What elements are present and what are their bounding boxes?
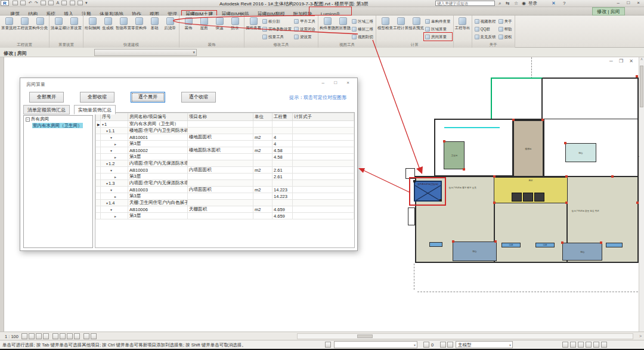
signin-label[interactable]: 登录: [528, 1, 537, 6]
table-row[interactable]: ▾1.3内墙面:住宅户内无保温防水墙...: [96, 180, 354, 187]
expand-all-button[interactable]: 全部展开: [29, 92, 64, 103]
room-unpainted[interactable]: [491, 78, 543, 120]
options-dropdown[interactable]: [94, 49, 197, 56]
col-quantity[interactable]: 工程量: [273, 113, 293, 121]
table-row[interactable]: ▶▾1室内有水房间（卫生间）: [96, 121, 354, 128]
room-sunroom[interactable]: 阳台: [565, 143, 596, 162]
collapse-all-button[interactable]: 全部收缩: [80, 92, 114, 103]
ribbon-button[interactable]: 视频教程: [473, 17, 497, 25]
col-unit[interactable]: 单位: [253, 113, 273, 121]
ribbon-button[interactable]: 楼层三维: [351, 25, 374, 33]
table-row[interactable]: ▸第3层2.61: [96, 174, 354, 180]
collapse-one-button[interactable]: 逐个收缩: [181, 92, 216, 103]
ribbon-button[interactable]: 工程设置: [17, 17, 32, 30]
select-links-icon[interactable]: [562, 342, 568, 348]
workset-dropdown[interactable]: [334, 341, 417, 348]
ribbon-button[interactable]: 零星构件: [131, 17, 147, 30]
ribbon-button[interactable]: 梁设置: [293, 33, 317, 41]
worksets-icon[interactable]: [325, 342, 331, 348]
ribbon-button[interactable]: 板分割: [261, 17, 293, 25]
detail-level-icon[interactable]: [21, 333, 27, 339]
temporary-hide-icon[interactable]: [67, 333, 73, 339]
table-row[interactable]: ▾AB10003内墙面面积m22.61: [96, 167, 354, 174]
table-row[interactable]: ▸第3层4.659: [96, 213, 354, 219]
active-option-icon[interactable]: [447, 342, 453, 348]
table-row[interactable]: ▾AB10002楼地面防水面积m24.58: [96, 147, 354, 154]
col-item-name[interactable]: 项目名称: [188, 113, 253, 121]
room-quantity-dialog[interactable]: 房间算量 – □ × 全部展开 全部收缩 逐个展开 逐个收缩 提示：双击可定位对…: [20, 78, 358, 251]
editable-only-icon[interactable]: [423, 342, 429, 348]
room-bathroom-selected[interactable]: 室内有水房间(卫生间): [414, 181, 442, 202]
design-options-icon[interactable]: [440, 342, 446, 348]
signin-user-icon[interactable]: ◉: [522, 1, 526, 6]
ribbon-button[interactable]: 区域三维: [351, 17, 374, 25]
room-tree[interactable]: −所有房间 室内有水房间（卫生间）: [23, 115, 93, 248]
view-scale[interactable]: 1 : 100: [5, 334, 18, 339]
ribbon-button[interactable]: 屋面: [196, 17, 212, 30]
table-row[interactable]: ▾AB10006天棚面积m24.659: [96, 206, 354, 213]
measure-icon[interactable]: [48, 1, 54, 5]
table-row[interactable]: ▾1.2内墙面:住宅户内无保温防水墙...: [96, 160, 354, 167]
shadows-icon[interactable]: [43, 333, 49, 339]
room-stairwell[interactable]: 楼梯间: [513, 120, 544, 177]
ribbon-button[interactable]: 属性查看: [246, 17, 261, 30]
sync-icon[interactable]: [78, 1, 83, 5]
undo-icon[interactable]: ↶: [29, 0, 32, 6]
window-controls[interactable]: – □ ×: [617, 0, 643, 5]
col-room-name[interactable]: 房间名称/项目编号: [128, 113, 188, 121]
room-balcony[interactable]: 阳台: [562, 243, 602, 261]
print-icon[interactable]: [41, 1, 46, 5]
table-row[interactable]: ▾1.1楼地面:住宅户内卫生间防水砖...: [96, 128, 354, 134]
sun-path-icon[interactable]: [36, 333, 42, 339]
ribbon-button[interactable]: 单构件查量: [424, 17, 452, 25]
ribbon-button[interactable]: 算量流程: [1, 17, 17, 30]
ribbon-button[interactable]: 房间算量: [424, 33, 452, 41]
dialog-window-controls[interactable]: – □ ×: [322, 80, 354, 85]
design-option-dropdown[interactable]: 主模型: [456, 341, 513, 348]
crop-visibility-icon[interactable]: [60, 333, 66, 339]
select-by-face-icon[interactable]: [586, 342, 592, 348]
ribbon-button[interactable]: 计算设置: [66, 17, 82, 30]
tab-list-summary[interactable]: 清单定额装饰汇总: [23, 105, 70, 114]
expand-one-button[interactable]: 逐个展开: [131, 92, 165, 103]
ribbon-button[interactable]: 帮助: [497, 25, 513, 33]
tree-item-root[interactable]: −所有房间: [24, 116, 92, 122]
ribbon-button[interactable]: QQ群: [473, 25, 497, 33]
search-icon[interactable]: ⌕: [499, 1, 501, 6]
revit-logo-icon[interactable]: R: [1, 0, 9, 6]
ribbon-button[interactable]: 清单定额: [51, 17, 66, 30]
vertical-scrollbar[interactable]: ˄: [639, 57, 644, 332]
ribbon-button[interactable]: 设置闭合: [293, 25, 317, 33]
ribbon-button[interactable]: 平齐工具: [293, 17, 317, 25]
tree-item-selected[interactable]: 室内有水房间（卫生间）: [24, 122, 92, 129]
ribbon-button[interactable]: 关于: [497, 17, 513, 25]
room-bathroom-green[interactable]: 卫生间: [444, 141, 465, 169]
filter-icon[interactable]: [601, 342, 607, 348]
select-pinned-icon[interactable]: [578, 342, 584, 348]
table-row[interactable]: ▸第3层4: [96, 141, 354, 147]
open-icon[interactable]: [13, 1, 18, 5]
ribbon-button[interactable]: 生成板: [100, 17, 116, 30]
select-underlay-icon[interactable]: [570, 342, 576, 348]
ribbon-button[interactable]: 装饰参数设置: [261, 25, 293, 33]
table-row[interactable]: ▾1.4天棚:卫生间住宅户内白色腻子: [96, 200, 354, 206]
ribbon-button[interactable]: 绘制轴网: [85, 17, 100, 30]
horizontal-scroll-thumb[interactable]: [357, 334, 373, 338]
col-formula[interactable]: 计算式子: [293, 113, 354, 121]
redo-icon[interactable]: ↷: [35, 0, 38, 6]
ribbon-button[interactable]: 授权: [497, 33, 513, 41]
tab-physical-summary[interactable]: 实物量装饰汇总: [74, 105, 116, 114]
table-row[interactable]: ▾AB10003内墙面面积m214.223: [96, 187, 354, 193]
table-row[interactable]: ▾AB10001楼地面面积m24: [96, 134, 354, 141]
ribbon-button[interactable]: 工程导出: [455, 17, 470, 30]
ribbon-button[interactable]: 后浇带: [162, 17, 178, 30]
ribbon-button[interactable]: 图层显隐: [335, 17, 351, 30]
temporary-view-properties-icon[interactable]: [83, 333, 89, 339]
ribbon-button[interactable]: 视图剖切: [351, 33, 374, 41]
section-icon[interactable]: [70, 1, 75, 5]
horizontal-scrollbar[interactable]: [297, 333, 633, 339]
vertical-scroll-thumb[interactable]: [640, 66, 643, 107]
ribbon-button[interactable]: 找量工具: [261, 33, 293, 41]
autodesk-360-icon[interactable]: ✕: [552, 1, 556, 6]
ribbon-button[interactable]: 防水: [227, 17, 243, 30]
